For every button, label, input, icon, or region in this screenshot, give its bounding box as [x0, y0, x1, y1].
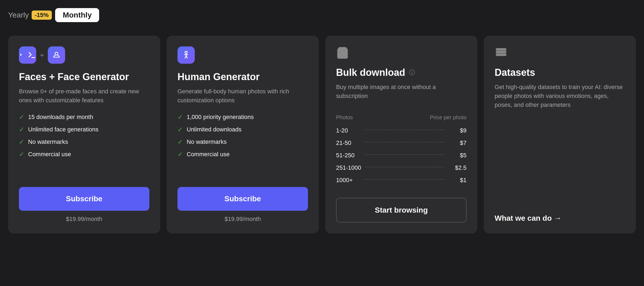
- price-4: $2.5: [448, 164, 467, 171]
- price-1: $9: [448, 127, 467, 134]
- terminal-svg: [28, 51, 36, 59]
- bulk-title-row: Bulk download ⓘ: [336, 67, 467, 78]
- human-feature-1: ✓ 1,000 priority generations: [177, 113, 308, 121]
- price-header: Price per photo: [430, 114, 467, 121]
- human-description: Generate full-body human photos with ric…: [177, 87, 308, 105]
- human-check-3: ✓: [177, 138, 183, 146]
- dots-1: [364, 130, 444, 130]
- faces-price: $19.99/month: [19, 216, 149, 223]
- range-4: 251-1000: [336, 164, 361, 171]
- price-2: $7: [448, 139, 467, 147]
- human-feature-2: ✓ Unlimited downloads: [177, 126, 308, 133]
- svg-rect-8: [496, 54, 506, 56]
- start-browsing-button[interactable]: Start browsing: [336, 198, 467, 223]
- svg-rect-9: [496, 51, 506, 53]
- faces-feature-label-4: Commercial use: [28, 151, 71, 158]
- faces-icons: +: [19, 46, 149, 64]
- human-title: Human Generator: [177, 71, 308, 83]
- human-feature-3: ✓ No watermarks: [177, 138, 308, 146]
- faces-subscribe-button[interactable]: Subscribe: [19, 187, 149, 211]
- datasets-card: Datasets Get high-quality datasets to tr…: [484, 36, 636, 233]
- monthly-option[interactable]: Monthly: [55, 8, 99, 22]
- dots-3: [364, 154, 444, 155]
- human-icons: [177, 46, 308, 64]
- faces-feature-label-3: No watermarks: [28, 138, 68, 145]
- yearly-option[interactable]: Yearly -15%: [8, 11, 52, 20]
- plus-icon: +: [40, 51, 44, 59]
- human-card: Human Generator Generate full-body human…: [167, 36, 319, 233]
- faces-feature-label-1: 15 downloads per month: [28, 114, 93, 121]
- human-check-4: ✓: [177, 151, 183, 158]
- faces-feature-label-2: Unlimited face generations: [28, 126, 98, 133]
- svg-line-6: [186, 56, 187, 58]
- datasets-title: Datasets: [495, 67, 625, 78]
- faces-title: Faces + Face Generator: [19, 71, 149, 83]
- human-generator-icon: [182, 50, 191, 60]
- pricing-row-2: 21-50 $7: [336, 139, 467, 147]
- human-features: ✓ 1,000 priority generations ✓ Unlimited…: [177, 113, 308, 174]
- svg-rect-10: [496, 49, 506, 50]
- human-check-2: ✓: [177, 126, 183, 133]
- faces-feature-1: ✓ 15 downloads per month: [19, 113, 149, 121]
- human-feature-label-3: No watermarks: [187, 138, 227, 145]
- info-icon: ⓘ: [409, 69, 415, 77]
- faces-feature-4: ✓ Commercial use: [19, 151, 149, 158]
- bulk-card: Bulk download ⓘ Buy multiple images at o…: [325, 36, 477, 233]
- bulk-title: Bulk download: [336, 67, 405, 78]
- discount-badge: -15%: [32, 11, 52, 20]
- photos-header: Photos: [336, 114, 353, 121]
- range-5: 1000+: [336, 177, 360, 184]
- datasets-description: Get high-quality datasets to train your …: [495, 83, 625, 109]
- human-feature-label-1: 1,000 priority generations: [187, 114, 254, 121]
- pricing-row-5: 1000+ $1: [336, 177, 467, 184]
- pricing-row-4: 251-1000 $2.5: [336, 164, 467, 171]
- terminal-icon-box: [19, 46, 36, 64]
- human-feature-4: ✓ Commercial use: [177, 151, 308, 158]
- cart-icon: [336, 46, 349, 59]
- what-we-can-do-link[interactable]: What we can do →: [495, 201, 625, 223]
- dots-5: [364, 179, 444, 180]
- human-icon-box: [177, 46, 195, 64]
- faces-card: + Faces + Face Generator Browse 0+ of pr…: [8, 36, 160, 233]
- bulk-description: Buy multiple images at once without a su…: [336, 83, 467, 100]
- range-1: 1-20: [336, 127, 360, 134]
- price-3: $5: [448, 152, 467, 159]
- pricing-row-1: 1-20 $9: [336, 127, 467, 134]
- check-icon-2: ✓: [19, 126, 24, 133]
- bulk-icons: [336, 46, 467, 59]
- price-5: $1: [448, 177, 467, 184]
- pricing-table: Photos Price per photo 1-20 $9 21-50 $7 …: [336, 114, 467, 189]
- check-icon-3: ✓: [19, 138, 24, 146]
- what-we-can-do-label: What we can do →: [495, 214, 561, 223]
- human-feature-label-2: Unlimited downloads: [187, 126, 242, 133]
- monthly-label: Monthly: [63, 11, 92, 19]
- human-check-1: ✓: [177, 113, 183, 121]
- human-feature-label-4: Commercial use: [187, 151, 230, 158]
- pricing-row-3: 51-250 $5: [336, 152, 467, 159]
- dots-4: [365, 167, 444, 167]
- check-icon-4: ✓: [19, 151, 24, 158]
- pricing-cards: + Faces + Face Generator Browse 0+ of pr…: [8, 36, 636, 233]
- check-icon-1: ✓: [19, 113, 24, 121]
- faces-description: Browse 0+ of pre-made faces and create n…: [19, 87, 149, 105]
- pricing-header: Photos Price per photo: [336, 114, 467, 123]
- range-3: 51-250: [336, 152, 360, 159]
- face-generator-icon: [52, 51, 61, 59]
- billing-toggle: Yearly -15% Monthly: [8, 5, 636, 25]
- faces-feature-3: ✓ No watermarks: [19, 138, 149, 146]
- datasets-icons: [495, 46, 625, 59]
- faces-features: ✓ 15 downloads per month ✓ Unlimited fac…: [19, 113, 149, 174]
- terminal-icon: [19, 51, 28, 59]
- range-2: 21-50: [336, 139, 360, 147]
- dots-2: [364, 142, 444, 142]
- faces-feature-2: ✓ Unlimited face generations: [19, 126, 149, 133]
- human-subscribe-button[interactable]: Subscribe: [177, 187, 308, 211]
- generator-icon-box: [48, 46, 65, 64]
- human-price: $19.99/month: [177, 216, 308, 223]
- yearly-label: Yearly: [8, 11, 29, 19]
- stacks-icon: [495, 46, 508, 59]
